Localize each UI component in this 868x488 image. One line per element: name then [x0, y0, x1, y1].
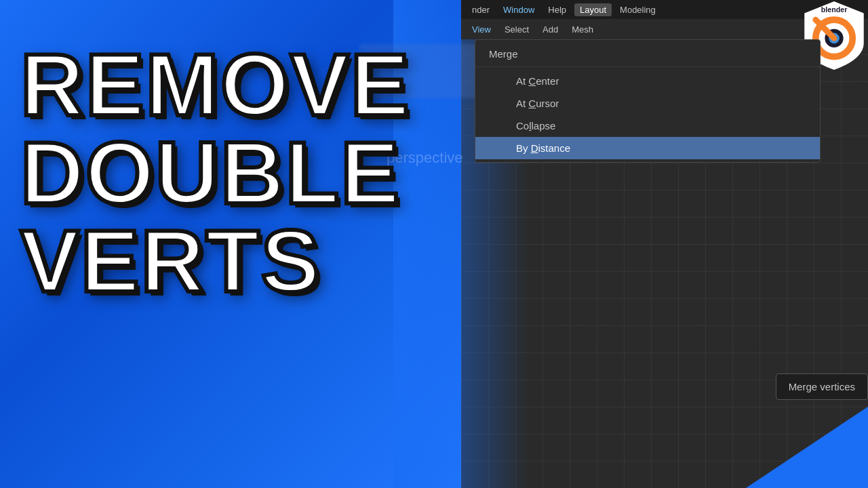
dropdown-header: Merge: [475, 43, 820, 67]
menubar-select[interactable]: Select: [499, 23, 534, 36]
topbar-layout[interactable]: Layout: [574, 3, 612, 16]
title-line3: VERTS: [20, 217, 410, 305]
title-line1: REMOVE: [20, 41, 410, 129]
dropdown-item-at-center[interactable]: At Center: [475, 70, 820, 92]
main-title: REMOVE DOUBLE VERTS: [20, 41, 410, 305]
dropdown-item-collapse[interactable]: Collapse: [475, 115, 820, 137]
menubar-add[interactable]: Add: [537, 23, 564, 36]
dropdown-menu: Merge At Center At Cursor Collapse By Di…: [475, 39, 821, 163]
svg-text:blender: blender: [821, 5, 848, 14]
menubar-mesh[interactable]: Mesh: [566, 23, 599, 36]
title-line2: DOUBLE: [20, 129, 410, 217]
topbar-modeling[interactable]: Modeling: [614, 3, 661, 16]
tooltip-merge-vertices: Merge vertices: [776, 373, 868, 400]
dropdown-item-by-distance[interactable]: By Distance: [475, 137, 820, 159]
menubar-view[interactable]: View: [467, 23, 496, 36]
topbar-window[interactable]: Window: [498, 3, 540, 16]
topbar-help[interactable]: Help: [542, 3, 572, 16]
dropdown-item-at-cursor[interactable]: At Cursor: [475, 92, 820, 115]
topbar-render[interactable]: nder: [467, 3, 495, 16]
